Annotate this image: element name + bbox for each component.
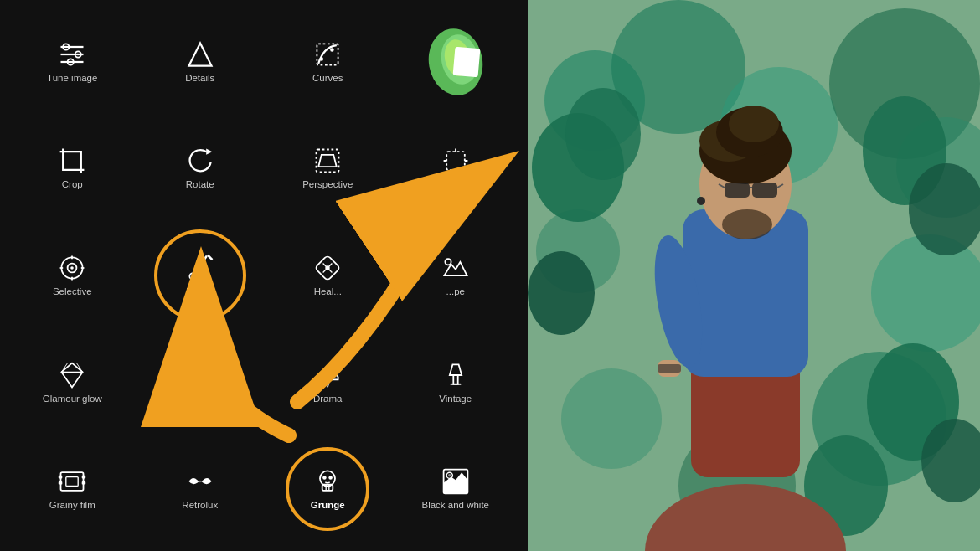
tool-grainy-film[interactable]: Grainy film: [8, 435, 137, 543]
heal-label: Heal...: [314, 286, 342, 298]
retrolux-label: Retrolux: [182, 500, 218, 512]
svg-point-82: [729, 106, 779, 142]
svg-rect-41: [59, 476, 63, 479]
tool-grunge[interactable]: Grunge: [264, 435, 392, 543]
svg-rect-17: [446, 152, 465, 171]
tool-glamour-glow[interactable]: Glamour glow: [8, 329, 137, 436]
crop-label: Crop: [62, 179, 83, 191]
tool-rotate[interactable]: Rotate: [137, 116, 265, 223]
tool-retrolux[interactable]: Retrolux: [137, 435, 265, 543]
tool-selective[interactable]: Selective: [8, 222, 137, 329]
tool-details[interactable]: Details: [137, 8, 265, 116]
svg-rect-44: [82, 481, 86, 485]
svg-point-32: [445, 259, 451, 265]
expand-label: Expand: [439, 179, 472, 191]
grainy-film-label: Grainy film: [49, 500, 95, 512]
type-label: ...pe: [446, 286, 465, 298]
tool-perspective[interactable]: Perspective: [264, 116, 392, 223]
svg-line-27: [208, 255, 212, 260]
selective-label: Selective: [53, 286, 92, 298]
glamour-glow-label: Glamour glow: [43, 394, 102, 405]
tool-type[interactable]: ...pe: [392, 222, 520, 329]
grunge-label: Grunge: [311, 500, 345, 512]
svg-point-20: [70, 266, 74, 270]
tool-crop[interactable]: Crop: [8, 116, 137, 223]
svg-point-50: [322, 476, 327, 481]
svg-rect-40: [61, 472, 84, 491]
svg-point-69: [528, 251, 595, 335]
svg-point-9: [330, 48, 334, 52]
tonal-contrast-label: Tonal contrast: [170, 394, 230, 405]
svg-rect-43: [82, 476, 86, 479]
rotate-label: Rotate: [186, 179, 214, 191]
vintage-label: Vintage: [439, 394, 472, 405]
tool-brush[interactable]: Brush: [137, 222, 265, 329]
svg-point-65: [561, 368, 662, 469]
snapseed-logo-cell: [392, 8, 520, 116]
drama-label: Drama: [313, 394, 343, 405]
tool-vintage[interactable]: Vintage: [392, 329, 520, 436]
svg-point-68: [565, 88, 641, 180]
tool-tonal-contrast[interactable]: Tonal contrast: [137, 329, 265, 436]
svg-point-31: [326, 265, 330, 270]
svg-rect-84: [752, 183, 777, 198]
svg-line-25: [194, 257, 206, 275]
details-label: Details: [185, 73, 214, 85]
svg-point-51: [329, 476, 333, 481]
svg-rect-45: [66, 477, 78, 487]
svg-rect-7: [317, 44, 338, 64]
svg-point-89: [697, 197, 705, 205]
svg-point-54: [448, 474, 451, 477]
tool-black-and-white[interactable]: Black and white: [392, 435, 520, 543]
svg-rect-38: [453, 375, 457, 384]
black-and-white-label: Black and white: [421, 500, 489, 512]
tool-tune-image[interactable]: Tune image: [8, 8, 137, 116]
perspective-label: Perspective: [302, 179, 353, 191]
svg-point-88: [722, 209, 772, 239]
right-panel: [528, 0, 980, 551]
tool-drama[interactable]: Drama: [264, 329, 392, 436]
svg-rect-83: [725, 183, 750, 198]
svg-rect-42: [59, 481, 63, 485]
tool-expand[interactable]: Expand: [392, 116, 520, 223]
svg-marker-6: [188, 43, 211, 65]
svg-point-8: [320, 57, 324, 61]
tool-heal[interactable]: Heal...: [264, 222, 392, 329]
tune-image-label: Tune image: [47, 73, 97, 85]
svg-point-26: [189, 273, 195, 279]
svg-marker-14: [206, 149, 212, 155]
tools-grid: Tune image Details Curves: [0, 0, 528, 551]
svg-rect-13: [452, 47, 480, 77]
left-panel-wrapper: Tune image Details Curves: [0, 0, 528, 551]
curves-label: Curves: [312, 73, 343, 85]
svg-rect-92: [658, 364, 681, 373]
svg-marker-16: [318, 155, 337, 167]
tool-curves[interactable]: Curves: [264, 8, 392, 116]
brush-label: Brush: [186, 286, 214, 298]
